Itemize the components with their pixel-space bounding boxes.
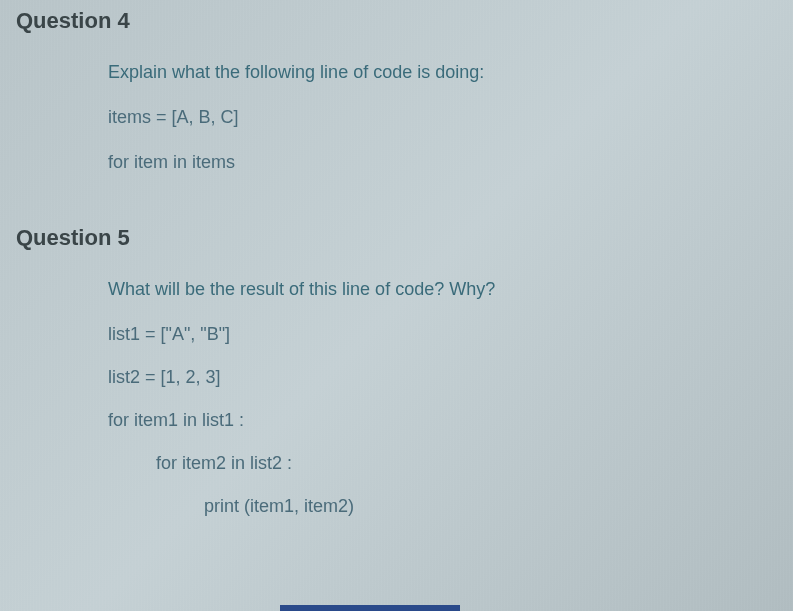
bottom-accent-bar [280,605,460,611]
question-4-prompt: Explain what the following line of code … [108,62,773,83]
q5-code-line-2: list2 = [1, 2, 3] [108,367,773,388]
question-5-block: What will be the result of this line of … [0,279,793,517]
q4-code-line-1: items = [A, B, C] [108,107,773,128]
question-4-heading: Question 4 [0,8,793,34]
q5-code-line-1: list1 = ["A", "B"] [108,324,773,345]
question-5-heading: Question 5 [0,225,793,251]
question-5-prompt: What will be the result of this line of … [108,279,773,300]
q5-code-line-5: print (item1, item2) [108,496,773,517]
q4-code-line-2: for item in items [108,152,773,173]
q5-code-line-3: for item1 in list1 : [108,410,773,431]
document-content: Question 4 Explain what the following li… [0,0,793,517]
question-4-block: Explain what the following line of code … [0,62,793,173]
q5-code-line-4: for item2 in list2 : [108,453,773,474]
